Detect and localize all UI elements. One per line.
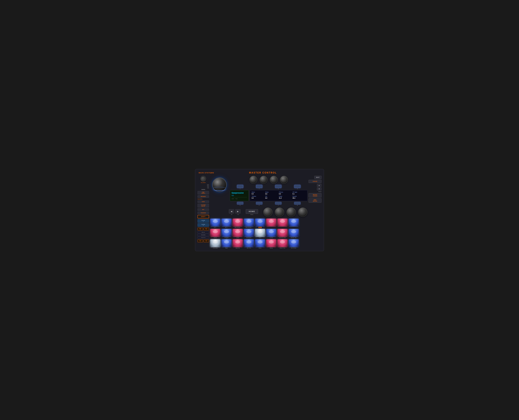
pad-locrian[interactable] <box>266 229 276 237</box>
lfo4-button[interactable]: LFO4 <box>198 240 203 242</box>
pad-oct-minus[interactable] <box>210 218 221 226</box>
pad-bebop[interactable] <box>266 239 276 247</box>
display-row: Sawpressive GD A001 Pad Wave 0.0 <box>230 190 307 201</box>
pad-major[interactable] <box>221 239 232 247</box>
bottom-knob-3[interactable] <box>286 208 296 217</box>
param-reverb-value: 49.2 <box>292 197 305 199</box>
random-button[interactable]: RANDOM <box>198 212 209 214</box>
knob-2[interactable] <box>260 176 267 184</box>
param-delay-value: 41.2 <box>279 197 292 199</box>
system-setup-button[interactable]: SYSTEMSETUP <box>198 204 209 208</box>
preset-type: Pad <box>235 198 237 199</box>
pad-minor[interactable] <box>255 229 265 237</box>
tap-tempo-button[interactable]: TAPTEMPO <box>198 191 209 195</box>
pad-maj-pent[interactable] <box>233 239 243 247</box>
param-hfspin-label: HF-Spin <box>292 191 305 193</box>
pad-mixolydian[interactable] <box>244 229 254 237</box>
param-fm-value: 0.0 <box>265 197 278 199</box>
env4-button[interactable]: ENV4 <box>198 228 203 230</box>
param-chorus-label: Chorus <box>279 191 292 193</box>
voice-button[interactable]: VOICE <box>309 180 321 183</box>
knob-4[interactable] <box>280 176 288 184</box>
btn-8[interactable] <box>294 202 300 204</box>
env5-button[interactable]: ENV5 <box>204 228 209 230</box>
param-delay-label: Delay <box>279 195 292 197</box>
filter-section: FILTER1 FILTER2 <box>198 219 209 227</box>
main-encoder[interactable] <box>212 178 227 192</box>
pct-62: 62% <box>207 184 209 185</box>
pad-melodic-min-label: Melodic Min <box>291 237 297 238</box>
pad-chromatic[interactable] <box>210 239 221 247</box>
param-wave-value: 0.0 <box>252 193 265 195</box>
btn-4[interactable] <box>294 185 300 188</box>
pad-pad-mode-minus[interactable] <box>233 218 243 226</box>
save-button[interactable]: SAVE <box>198 201 209 203</box>
btn-3[interactable] <box>275 185 282 188</box>
pad-blues[interactable] <box>255 239 265 247</box>
bottom-knob-1[interactable] <box>263 208 273 217</box>
pad-phrygian[interactable] <box>221 229 232 237</box>
pad-oct-plus[interactable] <box>221 218 232 226</box>
knob-1[interactable] <box>250 176 257 184</box>
pad-pad-mode-minus-label: PAD MODE - <box>235 227 241 228</box>
clock-knob[interactable] <box>200 176 206 181</box>
pad-whole-tone[interactable] <box>277 239 288 247</box>
param-chorus-value: 0.0 <box>279 193 292 195</box>
init-button[interactable]: INIT <box>198 208 209 211</box>
lfo-row: LFO4 LFO5 <box>198 240 209 242</box>
swing-label: SWING <box>198 189 209 190</box>
main-content: CLOCK 62% 66% 70% 75% SWING TAPTEMPO BRO… <box>198 176 321 249</box>
mod-matrix-button[interactable]: MODMATRIX <box>309 198 321 202</box>
pad-mixolydian-label: Mixolydian <box>246 237 251 238</box>
btn-7[interactable] <box>275 202 282 204</box>
pad-row1-6[interactable] <box>266 218 276 226</box>
pad-pad-mode-plus[interactable] <box>244 218 254 226</box>
param-thicken-value: 0.0 <box>252 197 265 199</box>
page-arrows: ▲ ▼ PAGE <box>309 184 321 192</box>
pad-lydian-label: Lydian <box>236 237 239 238</box>
home-button[interactable]: HOME <box>246 209 258 214</box>
center-panel: 1 2 3 4 <box>210 176 307 249</box>
pad-phrygian-label: Phrygian <box>224 237 229 238</box>
pad-harmonic-min[interactable] <box>277 229 288 237</box>
knob-3[interactable] <box>270 176 278 184</box>
bottom-knob-2[interactable] <box>275 208 284 217</box>
macro-assign-button[interactable]: MACROASSIGN <box>309 193 321 197</box>
filter2-button[interactable]: FILTER2 <box>198 223 209 227</box>
lfo5-button[interactable]: LFO5 <box>204 240 209 242</box>
exit-button[interactable]: EXIT <box>314 176 321 179</box>
post-fx-button[interactable]: POST-FX <box>198 236 209 239</box>
pad-lydian[interactable] <box>233 229 243 237</box>
pad-oct-plus-label: OCT + <box>225 227 228 228</box>
filter1-button[interactable]: FILTER1 <box>198 219 209 223</box>
btn-5[interactable] <box>237 202 243 204</box>
pad-row1-7[interactable] <box>277 218 288 226</box>
btn-6[interactable] <box>256 202 262 204</box>
page-down-button[interactable]: ▼ <box>317 188 321 190</box>
bottom-knob-4[interactable] <box>298 208 307 217</box>
browse-button[interactable]: BROWSE <box>198 195 209 198</box>
nav-left-label: -10 <box>231 214 232 215</box>
reverb-button[interactable]: REVERB <box>198 234 209 236</box>
pad-row1-8[interactable] <box>289 218 299 226</box>
pad-bebop-label: Bebop <box>270 247 273 249</box>
pad-dorian[interactable] <box>210 229 221 237</box>
param-noise-value: 0.0 <box>265 193 278 195</box>
pad-min-pent[interactable] <box>244 239 254 247</box>
btn-1[interactable] <box>237 185 243 188</box>
pct-66: 66% <box>207 185 209 186</box>
nav-left-button[interactable]: ◀ <box>229 209 234 214</box>
pad-dim-whole-label: Dim Whole <box>291 247 296 249</box>
pad-row-2: Dorian Phrygian Lydian Mixolydian <box>210 229 307 238</box>
pct-70: 70% <box>207 187 209 188</box>
pad-dim-whole[interactable] <box>289 239 299 247</box>
pad-melodic-min[interactable] <box>289 229 299 237</box>
device-body: MAIN SYSTEMS MASTER CONTROL CLOCK 62% 66… <box>195 169 324 251</box>
btn-2[interactable] <box>256 185 262 188</box>
page-up-button[interactable]: ▲ <box>317 184 321 187</box>
pad-key[interactable] <box>255 218 265 226</box>
pad-dorian-label: Dorian <box>214 237 217 238</box>
delay-button[interactable]: DELAY <box>198 231 209 233</box>
shift-button[interactable]: SHIFT <box>198 215 209 218</box>
nav-right-button[interactable]: ▶ <box>235 209 241 214</box>
